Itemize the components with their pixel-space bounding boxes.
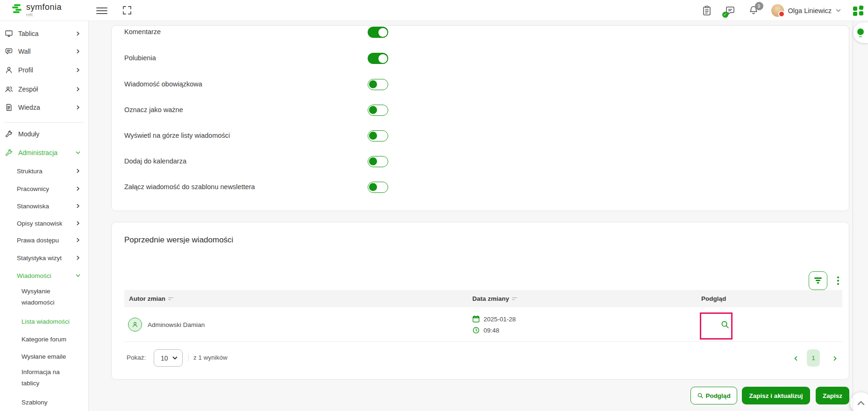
calendar-icon <box>472 315 480 323</box>
dodaj-do-kalendarza-toggle[interactable] <box>368 156 388 167</box>
sidebar-item-label: Administracja <box>18 149 57 156</box>
tasks-clipboard-icon[interactable] <box>701 5 712 16</box>
column-label: Data zmiany <box>472 295 509 302</box>
toggle-label: Wyświetl na górze listy wiadomości <box>124 132 230 139</box>
sidebar-item-wall[interactable]: Wall <box>0 44 89 58</box>
previous-page-button[interactable] <box>790 352 801 365</box>
sidebar-item-pracownicy[interactable]: Pracownicy <box>0 182 89 196</box>
setting-row-dodaj-do-kalendarza: Dodaj do kalendarza <box>112 156 849 167</box>
sidebar-item-stanowiska[interactable]: Stanowiska <box>0 199 89 213</box>
chevron-down-icon <box>76 150 80 155</box>
user-menu[interactable]: Olga Liniewicz <box>771 4 841 17</box>
sidebar-item-label: Pracownicy <box>17 185 49 192</box>
setting-row-zalacz-do-newslettera: Załącz wiadomość do szablonu newslettera <box>112 182 849 193</box>
sidebar-item-opisy-stanowisk[interactable]: Opisy stanowisk <box>0 216 89 230</box>
column-header-author[interactable]: Autor zmian <box>129 295 173 302</box>
sidebar-item-wysylanie-wiadomosci[interactable]: Wysyłanie wiadomości <box>0 286 89 310</box>
setting-row-wiadomosc-obowiazkowa: Wiadomość obowiązkowa <box>112 79 849 90</box>
chevron-right-icon <box>76 204 80 208</box>
sidebar-item-label: Moduły <box>18 130 39 138</box>
messages-icon[interactable]: ✓ <box>725 5 736 16</box>
more-options-icon[interactable] <box>835 274 841 288</box>
main-content: Komentarze Polubienia Wiadomość obowiązk… <box>89 21 868 411</box>
pagination: Pokaż: 10 z 1 wyników 1 <box>112 341 850 374</box>
sidebar-item-statystyka-wizyt[interactable]: Statystyka wizyt <box>0 251 89 265</box>
next-page-button[interactable] <box>829 352 840 365</box>
versions-table: Autor zmian Data zmiany Podgląd <box>124 290 842 342</box>
column-header-date[interactable]: Data zmiany <box>472 295 517 302</box>
scrollbar[interactable] <box>853 21 853 411</box>
sidebar-item-label: Informacja na tablicy <box>21 367 77 389</box>
sidebar-item-lista-wiadomosci[interactable]: Lista wiadomości <box>0 314 89 328</box>
preview-magnifier-icon[interactable] <box>720 320 730 329</box>
save-button[interactable]: Zapisz <box>816 387 849 404</box>
page-size-select[interactable]: 10 <box>154 349 183 367</box>
sidebar-item-label: Lista wiadomości <box>21 318 70 325</box>
brand-product: HR <box>26 12 62 17</box>
setting-row-komentarze: Komentarze <box>112 27 849 38</box>
wyswietl-na-gorze-toggle[interactable] <box>368 130 388 142</box>
komentarze-toggle[interactable] <box>368 27 388 38</box>
fullscreen-icon[interactable] <box>122 5 132 15</box>
date-cell: 2025-01-28 09:48 <box>472 313 516 336</box>
toggle-label: Komentarze <box>124 28 161 35</box>
wrench-icon <box>5 130 13 138</box>
sidebar-item-wyslane-emaile[interactable]: Wysłane emaile <box>0 349 89 363</box>
column-label: Autor zmian <box>129 295 165 302</box>
page-size-label: Pokaż: <box>127 354 146 361</box>
sidebar-item-prawa-dostepu[interactable]: Prawa dostępu <box>0 233 89 247</box>
chevron-right-icon <box>76 49 80 54</box>
notifications-count-badge: 9 <box>755 2 763 10</box>
sidebar-item-label: Opisy stanowisk <box>17 220 63 227</box>
sidebar-item-label: Wall <box>18 48 31 55</box>
sidebar-item-wiadomosci[interactable]: Wiadomości <box>0 269 89 283</box>
sidebar-item-struktura[interactable]: Struktura <box>0 164 89 178</box>
toggle-label: Oznacz jako ważne <box>124 106 183 113</box>
chevron-right-icon <box>76 255 80 260</box>
sidebar-item-wiedza[interactable]: Wiedza <box>0 100 89 114</box>
change-time: 09:48 <box>484 327 499 334</box>
toggle-label: Wiadomość obowiązkowa <box>124 80 202 88</box>
sidebar-item-moduly[interactable]: Moduły <box>0 127 89 141</box>
message-settings-card: Komentarze Polubienia Wiadomość obowiązk… <box>111 25 849 211</box>
sidebar-item-label: Prawa dostępu <box>17 237 59 244</box>
polubienia-toggle[interactable] <box>368 53 388 64</box>
sidebar-item-label: Wysyłanie wiadomości <box>21 286 77 308</box>
page-size-value: 10 <box>161 354 168 362</box>
preview-button-label: Podgląd <box>705 392 730 399</box>
sidebar-item-administracja[interactable]: Administracja <box>0 146 89 160</box>
save-and-update-label: Zapisz i aktualizuj <box>749 392 803 399</box>
card-title: Poprzednie wersje wiadomości <box>124 235 233 245</box>
chevron-right-icon <box>76 68 80 72</box>
save-and-update-button[interactable]: Zapisz i aktualizuj <box>742 387 810 404</box>
chevron-down-icon <box>836 8 841 13</box>
author-cell: Adminowski Damian <box>128 307 205 342</box>
messages-check-badge: ✓ <box>722 12 728 18</box>
sidebar-item-szablony[interactable]: Szablony <box>0 395 89 409</box>
menu-toggle-icon[interactable] <box>96 6 107 15</box>
filter-button[interactable] <box>809 271 827 290</box>
preview-button[interactable]: Podgląd <box>690 387 737 404</box>
sidebar-item-zespol[interactable]: Zespół <box>0 82 89 96</box>
zalacz-do-newslettera-toggle[interactable] <box>368 182 388 193</box>
sidebar-item-label: Stanowiska <box>17 203 49 210</box>
setting-row-wyswietl-na-gorze: Wyświetl na górze listy wiadomości <box>112 130 849 142</box>
sidebar-item-label: Profil <box>18 66 33 74</box>
sidebar-item-informacja-na-tablicy[interactable]: Informacja na tablicy <box>0 367 89 391</box>
app-logo[interactable]: symfonia HR <box>12 3 62 17</box>
chevron-down-icon <box>76 273 80 278</box>
sidebar-item-tablica[interactable]: Tablica <box>0 27 89 41</box>
notifications-bell-icon[interactable]: 9 <box>748 5 759 16</box>
table-header: Autor zmian Data zmiany Podgląd <box>124 290 842 307</box>
oznacz-jako-wazne-toggle[interactable] <box>368 105 388 116</box>
current-page-button[interactable]: 1 <box>807 349 820 367</box>
wiadomosc-obowiazkowa-toggle[interactable] <box>368 79 388 90</box>
sidebar-item-label: Kategorie forum <box>21 336 66 343</box>
sidebar-item-label: Szablony <box>21 399 48 406</box>
sidebar-item-profil[interactable]: Profil <box>0 63 89 77</box>
sidebar-item-kategorie-forum[interactable]: Kategorie forum <box>0 332 89 346</box>
change-date: 2025-01-28 <box>484 316 516 323</box>
apps-grid-icon[interactable] <box>853 6 863 16</box>
sidebar: Tablica Wall Profil Zespół Wiedza <box>0 21 89 411</box>
chevron-right-icon <box>832 356 838 361</box>
